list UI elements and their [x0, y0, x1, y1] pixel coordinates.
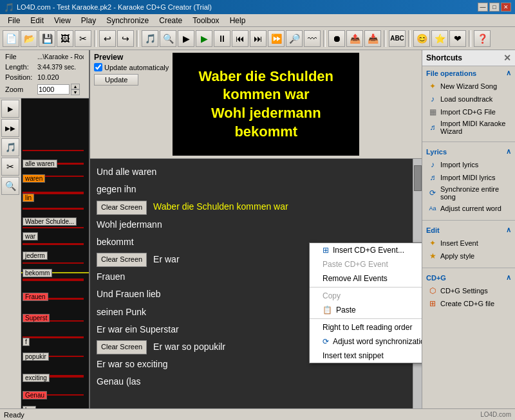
shortcut-create-cdg[interactable]: ⊞ Create CD+G file [426, 297, 511, 310]
toolbar-play2[interactable]: ▶ [196, 30, 212, 47]
load-soundtrack-icon: ♪ [427, 94, 438, 104]
minimize-button[interactable]: — [478, 3, 488, 12]
toolbar-search[interactable]: 🔍 [160, 30, 176, 47]
file-ops-collapse-icon: ∧ [506, 69, 511, 77]
toolbar-export[interactable]: 📤 [346, 30, 363, 47]
toolbar-cut[interactable]: ✂ [75, 30, 91, 47]
svg-rect-9 [23, 278, 84, 281]
shortcut-apply-style[interactable]: ★ Apply style [426, 250, 511, 262]
shortcut-new-wizard[interactable]: ✦ New Wizard Song [426, 80, 511, 93]
toolbar-note[interactable]: 🎵 [142, 30, 158, 47]
context-rtl[interactable]: Right to Left reading order [310, 320, 422, 334]
shortcut-load-soundtrack[interactable]: ♪ Load soundtrack [426, 93, 511, 105]
shortcut-adjust-word[interactable]: Aa Adjust current word [426, 202, 511, 215]
toolbar-open[interactable]: 📂 [21, 30, 37, 47]
toolbar-abc[interactable]: ABC [389, 30, 406, 47]
file-ops-header[interactable]: File operations ∧ [426, 69, 511, 77]
insert-event-label: Insert Event [440, 239, 478, 247]
left-btn-zoom[interactable]: 🔍 [1, 177, 19, 195]
toolbar-wave[interactable]: 〰 [304, 30, 321, 47]
shortcut-cdg-settings[interactable]: ⬡ CD+G Settings [426, 284, 511, 297]
left-btn-note[interactable]: 🎵 [1, 138, 19, 156]
context-remove-all[interactable]: Remove All Events [310, 271, 422, 286]
position-label: Position: [5, 73, 37, 81]
menu-edit[interactable]: Edit [25, 15, 49, 26]
waveform-label-11[interactable]: exciting [23, 374, 50, 382]
waveform-label-10[interactable]: popukir [23, 352, 49, 361]
toolbar-ff[interactable]: ⏩ [268, 30, 285, 47]
edit-header[interactable]: Edit ∧ [426, 226, 511, 234]
left-btn-play[interactable]: ▶▶ [1, 119, 19, 137]
zoom-down-btn[interactable]: ▼ [71, 89, 80, 95]
shortcuts-close-btn[interactable]: ✕ [503, 53, 511, 63]
toolbar-heart[interactable]: ❤ [449, 30, 466, 47]
menu-play[interactable]: Play [76, 15, 101, 26]
toolbar-next[interactable]: ⏭ [250, 30, 267, 47]
scroll-thumb[interactable] [414, 165, 422, 191]
left-btn-scissors[interactable]: ✂ [1, 158, 19, 176]
shortcut-sync-song[interactable]: ⟳ Synchronize entire song [426, 184, 511, 202]
shortcut-import-cdg[interactable]: ▦ Import CD+G File [426, 105, 511, 118]
zoom-up-btn[interactable]: ▲ [71, 84, 80, 89]
import-midi-icon: ♬ [427, 122, 438, 132]
waveform-label-12[interactable]: Genau [23, 391, 47, 399]
waveform-label-5[interactable]: jederm [23, 251, 48, 260]
waveform-label-7[interactable]: Frauen [23, 293, 48, 301]
toolbar-prev[interactable]: ⏮ [232, 30, 248, 47]
waveform-label-0[interactable]: alle waren [23, 160, 57, 168]
toolbar-help[interactable]: ❓ [474, 30, 491, 47]
shortcut-import-lyrics[interactable]: ♪ Import lyrics [426, 158, 511, 171]
shortcut-import-midi[interactable]: ♬ Import MIDI Karaoke Wizard [426, 118, 511, 136]
zoom-input[interactable] [37, 84, 70, 95]
shortcut-insert-event[interactable]: ✦ Insert Event [426, 237, 511, 250]
maximize-button[interactable]: □ [489, 3, 500, 12]
menu-help[interactable]: Help [225, 15, 251, 26]
toolbar-stop[interactable]: ⏸ [214, 30, 230, 47]
toolbar-redo[interactable]: ↪ [117, 30, 134, 47]
context-insert-cdg[interactable]: ⊞ Insert CD+G Event... [310, 243, 422, 257]
shortcuts-title: Shortcuts [426, 53, 462, 62]
menu-create[interactable]: Create [154, 15, 187, 26]
waveform-label-3[interactable]: Waber Schulde... [23, 217, 77, 226]
toolbar-save[interactable]: 💾 [39, 30, 55, 47]
toolbar-star[interactable]: ⭐ [431, 30, 448, 47]
waveform-label-4[interactable]: war [23, 232, 38, 241]
shortcut-import-midi-lyrics[interactable]: ♬ Import MIDI lyrics [426, 171, 511, 184]
menu-synchronize[interactable]: Synchronize [101, 15, 154, 26]
waveform-label-2[interactable]: lin [23, 194, 34, 202]
create-cdg-label: Create CD+G file [440, 300, 494, 307]
toolbar-img[interactable]: 🖼 [57, 30, 73, 47]
menu-view[interactable]: View [49, 15, 76, 26]
waveform-label-8[interactable]: Superst [23, 314, 50, 322]
context-adjust-word[interactable]: ⟳ Adjust word synchronization [310, 334, 422, 349]
waveform-label-13[interactable]: las [23, 406, 36, 408]
toolbar-smileys[interactable]: 😊 [413, 30, 430, 47]
toolbar-play[interactable]: ▶ [178, 30, 194, 47]
title-bar-text: LO4D.com - Test Karaoke.pk2 - Karaoke CD… [17, 3, 212, 11]
toolbar-rec[interactable]: ⏺ [328, 30, 345, 47]
menu-toolbox[interactable]: Toolbox [187, 15, 224, 26]
context-insert-snippet[interactable]: Insert text snippet ▶ [310, 349, 422, 363]
lyric-text-10: Er war so popukilr [153, 342, 225, 352]
update-auto-checkbox[interactable]: Update automaticaly [94, 63, 169, 71]
menu-file[interactable]: File [3, 15, 25, 26]
cdg-header[interactable]: CD+G ∧ [426, 273, 511, 282]
waveform-label-1[interactable]: waren [23, 174, 45, 183]
cdg-section-label: CD+G [426, 274, 446, 282]
waveform-label-9[interactable]: f [23, 338, 30, 346]
context-paste[interactable]: 📋 Paste [310, 303, 422, 317]
toolbar-undo[interactable]: ↩ [99, 30, 116, 47]
toolbar-new[interactable]: 📄 [3, 30, 19, 47]
update-button[interactable]: Update [94, 74, 138, 86]
toolbar-export2[interactable]: 📥 [364, 30, 381, 47]
left-btn-cursor[interactable]: ▶ [1, 100, 19, 118]
close-button[interactable]: ✕ [501, 3, 511, 12]
shortcuts-header: Shortcuts ✕ [422, 50, 515, 66]
lyrics-header[interactable]: Lyrics ∧ [426, 147, 511, 156]
waveform-label-6[interactable]: bekomm [23, 269, 52, 277]
context-rtl-label: Right to Left reading order [323, 323, 412, 332]
import-midi-lyrics-icon: ♬ [427, 172, 438, 183]
toolbar-zoom[interactable]: 🔎 [286, 30, 303, 47]
auto-update-check[interactable] [94, 63, 102, 71]
context-copy: Copy [310, 289, 422, 303]
